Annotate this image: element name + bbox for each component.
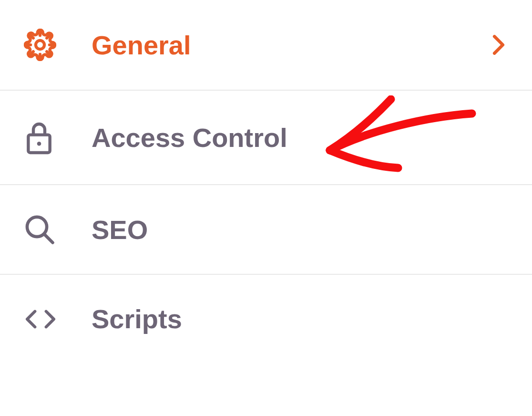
menu-label-seo: SEO — [92, 214, 508, 245]
settings-menu: General Access Control SEO — [0, 0, 532, 363]
menu-item-access-control[interactable]: Access Control — [0, 91, 532, 185]
menu-label-scripts: Scripts — [92, 303, 508, 334]
chevron-right-icon — [489, 34, 508, 55]
code-icon — [24, 307, 57, 331]
svg-point-0 — [36, 41, 44, 49]
search-icon — [24, 214, 57, 245]
svg-point-2 — [37, 142, 41, 146]
menu-item-general[interactable]: General — [0, 0, 532, 91]
menu-item-scripts[interactable]: Scripts — [0, 275, 532, 363]
gear-icon — [24, 29, 57, 61]
menu-label-general: General — [92, 30, 489, 61]
menu-label-access-control: Access Control — [92, 122, 508, 153]
menu-item-seo[interactable]: SEO — [0, 185, 532, 275]
lock-icon — [24, 119, 57, 156]
